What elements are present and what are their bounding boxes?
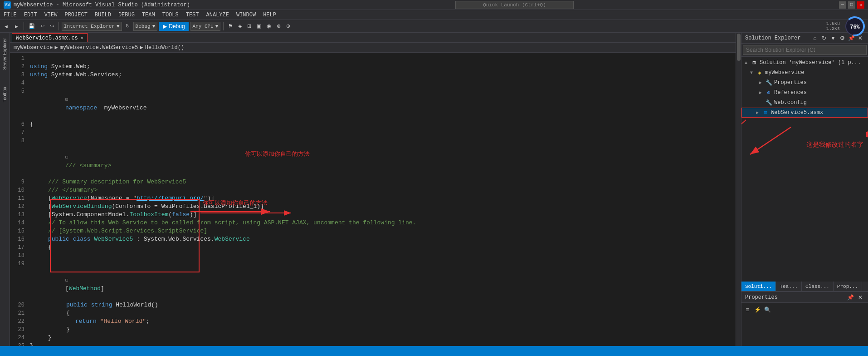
save-button[interactable]: 💾 [27, 21, 37, 31]
code-line: 8 ⊟ /// <summary> [10, 137, 736, 178]
se-icon-filter[interactable]: ▼ [829, 34, 837, 42]
panel-tab-solution[interactable]: Soluti... [741, 282, 776, 291]
tab-close-button[interactable]: ✕ [81, 35, 83, 41]
code-line: 1 [10, 54, 736, 63]
menu-build[interactable]: BUILD [91, 10, 115, 20]
tree-item-project[interactable]: ▼ ◈ myWebservice [741, 68, 868, 78]
code-tab-webservice[interactable]: WebService5.asmx.cs ✕ [12, 33, 88, 42]
collapse-marker-summary[interactable]: ⊟ [65, 155, 68, 160]
toolbar-extra-3[interactable]: ⊞ [245, 21, 253, 31]
code-line: 23 } [10, 326, 736, 334]
start-icon: ▶ [163, 23, 167, 30]
menu-project[interactable]: PROJECT [61, 10, 91, 20]
window-controls: ─ □ ✕ [839, 1, 864, 9]
menu-team[interactable]: TEAM [138, 10, 159, 20]
maximize-icon[interactable]: □ [848, 1, 855, 9]
separator-2 [59, 22, 59, 30]
solution-tree: ▲ ⊞ Solution 'myWebservice' (1 p... ▼ ◈ … [741, 57, 868, 282]
webconfig-icon: 🔧 [765, 99, 772, 106]
start-debug-button[interactable]: ▶ Debug [159, 22, 188, 31]
code-line: 5 ⊟ namespace myWebservice [10, 87, 736, 120]
webservice-label: WebService5.asmx [771, 109, 823, 116]
config-dropdown[interactable]: Any CPU ▼ [190, 22, 221, 31]
browser-dropdown-arrow: ▼ [117, 24, 120, 29]
tree-item-properties[interactable]: ▶ 🔧 Properties [741, 78, 868, 88]
toolbar-extra-6[interactable]: ⊛ [275, 21, 283, 31]
expand-references[interactable]: ▶ [758, 90, 763, 95]
panel-tab-prop[interactable]: Prop... [834, 282, 862, 291]
breadcrumb-part1: myWebservice [14, 44, 53, 51]
tree-item-references[interactable]: ▶ ⊕ References [741, 88, 868, 98]
tree-item-webconfig[interactable]: ▶ 🔧 Web.config [741, 98, 868, 108]
expand-properties[interactable]: ▶ [758, 80, 763, 85]
tree-item-webservice[interactable]: ▶ ⊞ WebService5.asmx [741, 108, 868, 118]
breadcrumb-part2: myWebservice.WebService5 [60, 44, 138, 51]
code-tabs: WebService5.asmx.cs ✕ [10, 33, 736, 43]
references-label: References [774, 89, 807, 96]
toolbox-tab[interactable]: Toolbox [1, 83, 8, 106]
properties-pin-icon[interactable]: 📌 [846, 293, 854, 302]
code-scrollbar[interactable] [736, 33, 741, 346]
code-line: 9 /// Summary description for WebService… [10, 178, 736, 186]
tree-item-solution[interactable]: ▲ ⊞ Solution 'myWebservice' (1 p... [741, 58, 868, 68]
menu-window[interactable]: WINDOW [233, 10, 259, 20]
toolbar-extra-2[interactable]: ◈ [236, 21, 244, 31]
search-solution-explorer-input[interactable] [743, 45, 867, 55]
properties-close-icon[interactable]: ✕ [856, 293, 864, 302]
refresh-button[interactable]: ↻ [124, 21, 132, 31]
menu-bar: FILE EDIT VIEW PROJECT BUILD DEBUG TEAM … [0, 10, 868, 20]
code-line: 15 // [System.Web.Script.Services.Script… [10, 227, 736, 235]
expand-solution[interactable]: ▲ [743, 60, 749, 65]
close-icon[interactable]: ✕ [857, 1, 864, 9]
undo-button[interactable]: ↩ [39, 21, 46, 31]
menu-tools[interactable]: TOOLS [159, 10, 182, 20]
toolbar-extra-4[interactable]: ▣ [255, 21, 263, 31]
toolbar-extra-5[interactable]: ◉ [265, 21, 273, 31]
references-icon: ⊕ [765, 89, 772, 96]
panel-tab-class[interactable]: Class... [802, 282, 834, 291]
menu-test[interactable]: TEST [182, 10, 203, 20]
forward-button[interactable]: ► [12, 21, 21, 31]
breadcrumb-sep1: ▶ [54, 44, 58, 51]
right-panel: Solution Explorer ⌂ ↻ ▼ ⚙ 📌 ✕ ▲ ⊞ Soluti… [741, 33, 868, 346]
collapse-marker-namespace[interactable]: ⊟ [65, 97, 68, 102]
toolbar-extra-1[interactable]: ⚑ [226, 21, 234, 31]
se-icon-refresh[interactable]: ↻ [820, 34, 828, 42]
server-explorer-tab[interactable]: Server Explorer [1, 35, 8, 73]
quick-launch: Quick Launch (Ctrl+Q) [455, 1, 574, 9]
menu-analyze[interactable]: ANALYZE [203, 10, 233, 20]
code-line: 13 [System.ComponentModel.ToolboxItem(fa… [10, 211, 736, 219]
menu-debug[interactable]: DEBUG [115, 10, 138, 20]
properties-bolt-icon[interactable]: ⚡ [753, 306, 761, 314]
menu-view[interactable]: VIEW [41, 10, 61, 20]
se-icon-home[interactable]: ⌂ [811, 34, 819, 42]
properties-icon: 🔧 [765, 79, 772, 86]
properties-search-icon[interactable]: 🔍 [763, 306, 771, 314]
menu-file[interactable]: FILE [0, 10, 20, 20]
menu-edit[interactable]: EDIT [20, 10, 41, 20]
properties-grid-icon[interactable]: ≡ [743, 306, 751, 314]
menu-help[interactable]: HELP [259, 10, 280, 20]
back-button[interactable]: ◄ [2, 21, 10, 31]
expand-project[interactable]: ▼ [749, 70, 754, 75]
properties-header: Properties 📌 ✕ [741, 292, 868, 303]
breadcrumb-sep2: ▶ [140, 44, 143, 51]
browser-dropdown[interactable]: Internet Explorer ▼ [62, 22, 122, 31]
code-line: 25 } [10, 342, 736, 346]
scrollbar-thumb[interactable] [737, 34, 741, 61]
code-line: 20 public string HelloWorld() [10, 301, 736, 309]
redo-button[interactable]: ↪ [48, 21, 56, 31]
toolbar-extra-7[interactable]: ⊕ [284, 21, 292, 31]
panel-tab-team[interactable]: Tea... [776, 282, 802, 291]
debug-dropdown[interactable]: Debug ▼ [133, 22, 158, 31]
code-line: 16 public class WebService5 : System.Web… [10, 235, 736, 243]
minimize-icon[interactable]: ─ [839, 1, 846, 9]
code-area: WebService5.asmx.cs ✕ myWebservice ▶ myW… [10, 33, 736, 346]
properties-panel: Properties 📌 ✕ ≡ ⚡ 🔍 [741, 292, 868, 346]
project-icon: ◈ [756, 69, 763, 76]
properties-content: ≡ ⚡ 🔍 [741, 303, 868, 316]
collapse-marker-method[interactable]: ⊟ [65, 278, 68, 283]
code-line: 10 /// </summary> [10, 186, 736, 194]
code-content[interactable]: 1 2 using System.Web; 3 using System.Web… [10, 53, 736, 346]
expand-webservice[interactable]: ▶ [755, 110, 760, 115]
